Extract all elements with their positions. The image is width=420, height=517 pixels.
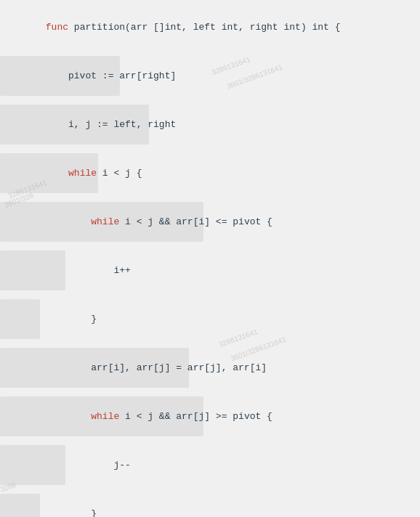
line-while3: while i < j && arr[j] >= pivot { <box>0 396 420 436</box>
line-pivot-content: pivot := arr[right] <box>6 57 182 94</box>
line-close1-content: } <box>6 301 102 338</box>
line-while1: while i < j { <box>0 153 420 193</box>
line-blank-7 <box>0 339 420 348</box>
code-container: 3286131641 3601/3286131641 3286131641 36… <box>0 0 420 517</box>
line-blank-5 <box>0 242 420 251</box>
line-close2-content: } <box>6 495 102 517</box>
line-func-content: func partition(arr []int, left int, righ… <box>6 9 347 46</box>
line-while3-content: while i < j && arr[j] >= pivot { <box>6 398 278 435</box>
line-pivot: pivot := arr[right] <box>0 56 420 96</box>
line-jdec-content: j-- <box>6 447 137 484</box>
line-blank-1 <box>0 47 420 56</box>
keyword-func: func <box>46 22 74 33</box>
line-ij-content: i, j := left, right <box>6 106 182 143</box>
line-iinc: i++ <box>0 251 420 290</box>
line-while1-content: while i < j { <box>6 155 148 192</box>
line-close1: } <box>0 299 420 339</box>
func-sig: partition(arr []int, left int, right int… <box>74 22 341 33</box>
line-ij: i, j := left, right <box>0 105 420 144</box>
line-while2-content: while i < j && arr[i] <= pivot { <box>6 203 278 240</box>
line-blank-4 <box>0 193 420 202</box>
line-close2: } <box>0 494 420 517</box>
line-jdec: j-- <box>0 445 420 485</box>
line-blank-3 <box>0 144 420 153</box>
line-blank-6 <box>0 290 420 299</box>
line-blank-10 <box>0 485 420 494</box>
line-func: func partition(arr []int, left int, righ… <box>0 7 420 47</box>
line-blank-8 <box>0 388 420 396</box>
line-while2: while i < j && arr[i] <= pivot { <box>0 202 420 242</box>
line-swap1-content: arr[i], arr[j] = arr[j], arr[i] <box>6 349 272 386</box>
line-swap1: arr[i], arr[j] = arr[j], arr[i] <box>0 348 420 388</box>
line-blank-2 <box>0 96 420 105</box>
line-iinc-content: i++ <box>6 252 137 289</box>
line-blank-9 <box>0 436 420 445</box>
